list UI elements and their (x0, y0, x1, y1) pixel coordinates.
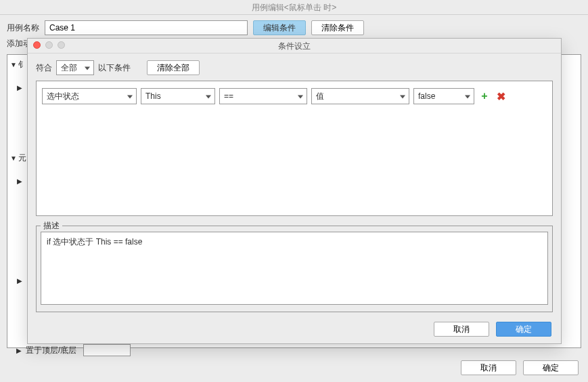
main-cancel-button[interactable]: 取消 (461, 360, 516, 375)
condition-valuetype-select[interactable]: 值 (311, 88, 409, 104)
condition-row: 选中状态 This == 值 false + ✖ (42, 88, 547, 104)
edit-condition-button[interactable]: 编辑条件 (253, 20, 306, 35)
main-ok-button[interactable]: 确定 (523, 360, 579, 375)
disclosure-down-icon: ▼ (10, 154, 16, 162)
minimize-window-icon (45, 41, 53, 49)
match-row: 符合 全部 以下条件 清除全部 (36, 60, 553, 75)
description-fieldset: 描述 if 选中状态于 This == false (36, 226, 553, 312)
remove-condition-icon[interactable]: ✖ (495, 90, 507, 102)
match-type-select[interactable]: 全部 (56, 60, 94, 75)
add-condition-icon[interactable]: + (478, 90, 491, 102)
main-footer: 取消 确定 (461, 360, 579, 375)
condition-target-select[interactable]: This (141, 88, 215, 104)
zoom-window-icon (58, 41, 65, 49)
condition-field-select[interactable]: 选中状态 (42, 88, 137, 104)
match-prefix-label: 符合 (36, 62, 52, 74)
condition-value-select[interactable]: false (413, 88, 474, 104)
disclosure-right-icon: ▶ (16, 347, 22, 354)
window-controls (33, 41, 65, 49)
description-legend: 描述 (41, 220, 62, 232)
dialog-titlebar: 条件设立 (28, 39, 561, 54)
dialog-title: 条件设立 (278, 41, 311, 51)
tree-label-1: 钅 (18, 59, 26, 70)
layer-order-row[interactable]: ▶ 置于顶层/底层 (16, 344, 131, 356)
main-window: 用例编辑<鼠标单击 时> 用例名称 编辑条件 清除条件 添加动 ▼ 钅 ▶ ▼ … (0, 0, 588, 382)
dialog-body: 符合 全部 以下条件 清除全部 选中状态 This == 值 false + ✖ (28, 54, 561, 319)
tree-label-2: 元 (18, 152, 26, 164)
case-row: 用例名称 编辑条件 清除条件 (0, 15, 588, 38)
condition-operator-select[interactable]: == (219, 88, 307, 104)
case-name-input[interactable] (45, 20, 248, 35)
dialog-cancel-button[interactable]: 取消 (434, 322, 489, 337)
main-window-title: 用例编辑<鼠标单击 时> (0, 0, 588, 15)
clear-all-button[interactable]: 清除全部 (147, 60, 200, 75)
close-window-icon[interactable] (33, 41, 41, 49)
condition-dialog: 条件设立 符合 全部 以下条件 清除全部 选中状态 This == 值 fals… (27, 38, 562, 344)
layer-slot (83, 344, 131, 356)
description-text: if 选中状态于 This == false (41, 232, 548, 305)
disclosure-down-icon: ▼ (10, 61, 16, 68)
case-name-label: 用例名称 (7, 22, 39, 34)
dialog-ok-button[interactable]: 确定 (496, 322, 551, 337)
layer-order-label: 置于顶层/底层 (26, 345, 76, 356)
match-suffix-label: 以下条件 (98, 62, 131, 74)
conditions-list: 选中状态 This == 值 false + ✖ (36, 81, 553, 216)
dialog-footer: 取消 确定 (434, 322, 551, 337)
clear-condition-button[interactable]: 清除条件 (311, 20, 364, 35)
